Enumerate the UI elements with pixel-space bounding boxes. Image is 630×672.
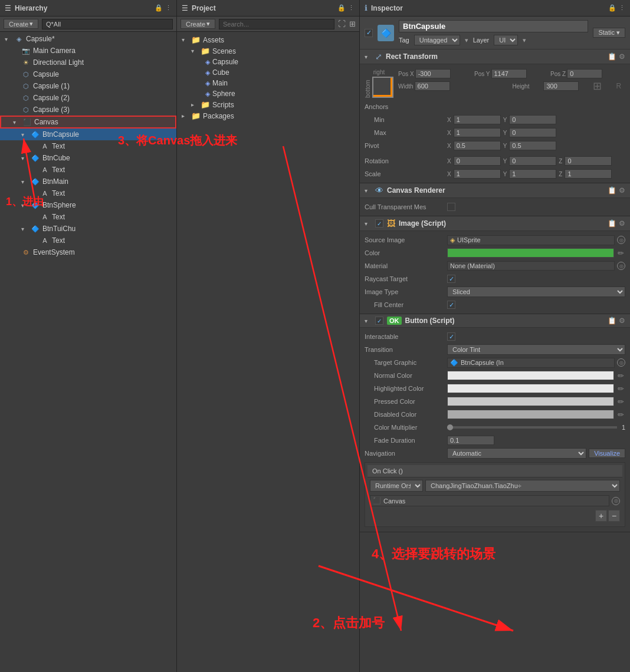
hierarchy-item-capsule-3[interactable]: ⬡ Capsule (3) xyxy=(0,104,176,116)
color-swatch[interactable] xyxy=(447,248,614,258)
go-name-input[interactable] xyxy=(399,20,588,32)
select-icon[interactable]: ◎ xyxy=(617,358,625,367)
edit-icon[interactable]: ✏ xyxy=(616,371,625,380)
rot-y-input[interactable] xyxy=(509,156,556,166)
hierarchy-item-capsule-2[interactable]: ⬡ Capsule (2) xyxy=(0,92,176,104)
hierarchy-create-button[interactable]: Create ▾ xyxy=(4,19,38,29)
minus-button[interactable]: − xyxy=(608,510,620,522)
transition-select[interactable]: Color Tint xyxy=(447,344,625,355)
button-enabled-checkbox[interactable] xyxy=(375,317,383,325)
plus-button[interactable]: + xyxy=(595,510,607,522)
height-input[interactable] xyxy=(543,81,579,91)
target-graphic-field[interactable]: 🔷 BtnCapsule (In xyxy=(447,358,615,368)
pivot-y-input[interactable] xyxy=(509,141,556,150)
reference-icon[interactable]: 📋 xyxy=(608,52,616,61)
scene-capsule[interactable]: ◈ Capsule xyxy=(177,57,359,67)
hierarchy-item-main-camera[interactable]: 📷 Main Camera xyxy=(0,45,176,57)
source-image-field[interactable]: ◈ UISprite xyxy=(447,235,615,245)
hierarchy-item-btnsphere[interactable]: ▾ 🔷 BtnSphere xyxy=(0,199,176,211)
fade-duration-input[interactable] xyxy=(447,436,494,445)
visualize-button[interactable]: Visualize xyxy=(589,449,625,458)
disabled-color-swatch[interactable] xyxy=(447,410,614,419)
material-field[interactable]: None (Material) xyxy=(447,261,615,271)
reference-icon[interactable]: 📋 xyxy=(608,186,616,195)
hierarchy-root-item[interactable]: ▾ ◈ Capsule* xyxy=(0,33,176,45)
edit-icon[interactable]: ✏ xyxy=(616,410,625,419)
cull-checkbox[interactable] xyxy=(447,203,455,211)
hierarchy-item-text-4[interactable]: A Text xyxy=(0,211,176,223)
tag-select[interactable]: Untagged xyxy=(414,35,460,45)
hierarchy-item-text-5[interactable]: A Text xyxy=(0,235,176,246)
min-y-input[interactable] xyxy=(509,115,556,124)
button-script-header[interactable]: ▾ OK Button (Script) 📋 ⚙ xyxy=(360,314,630,328)
pos-z-input[interactable] xyxy=(567,69,602,78)
edit-icon[interactable]: ✏ xyxy=(616,397,625,406)
select-icon[interactable]: ◎ xyxy=(617,236,625,244)
function-select[interactable]: ChangJingTiaoZhuan.TiaoZhu÷ xyxy=(425,480,620,492)
image-script-header[interactable]: ▾ 🖼 Image (Script) 📋 ⚙ xyxy=(360,216,630,231)
interactable-checkbox[interactable] xyxy=(447,332,455,341)
normal-color-swatch[interactable] xyxy=(447,371,614,380)
hierarchy-item-btncapsule[interactable]: ▾ 🔷 BtnCapsule xyxy=(0,129,176,140)
raycast-checkbox[interactable] xyxy=(447,275,455,283)
settings-icon[interactable]: ⚙ xyxy=(619,186,625,195)
slider-thumb[interactable] xyxy=(447,424,453,430)
project-icon-1[interactable]: ⛶ xyxy=(338,19,346,28)
rot-z-input[interactable] xyxy=(565,156,612,166)
hierarchy-item-btnmain[interactable]: ▾ 🔷 BtnMain xyxy=(0,176,176,187)
reference-icon[interactable]: 📋 xyxy=(608,317,616,325)
project-create-button[interactable]: Create ▾ xyxy=(181,19,215,29)
hierarchy-item-btntuichu[interactable]: ▾ 🔷 BtnTuiChu xyxy=(0,223,176,235)
layer-select[interactable]: UI xyxy=(494,35,518,45)
pivot-x-input[interactable] xyxy=(454,141,501,150)
rect-vis[interactable] xyxy=(372,77,393,98)
onclick-obj-field[interactable]: ⬛ Canvas xyxy=(370,495,609,506)
select-icon[interactable]: ◎ xyxy=(617,262,625,270)
hierarchy-item-canvas[interactable]: ▾ ⬛ Canvas xyxy=(0,116,176,129)
max-y-input[interactable] xyxy=(509,128,556,137)
edit-icon[interactable]: ✏ xyxy=(616,384,625,393)
edit-color-icon[interactable]: ✏ xyxy=(616,249,625,258)
active-checkbox[interactable] xyxy=(365,29,373,37)
scale-x-input[interactable] xyxy=(454,169,501,179)
hierarchy-item-text-1[interactable]: A Text xyxy=(0,140,176,152)
hierarchy-search-input[interactable] xyxy=(42,19,173,29)
expand-icon[interactable]: ⊞ xyxy=(593,80,602,93)
onclick-obj-select[interactable]: ◎ xyxy=(612,497,620,505)
packages-folder[interactable]: ▸ 📁 Packages xyxy=(177,110,359,121)
pos-y-input[interactable] xyxy=(491,69,527,78)
hierarchy-item-capsule[interactable]: ⬡ Capsule xyxy=(0,68,176,80)
scale-z-input[interactable] xyxy=(565,169,612,179)
scale-y-input[interactable] xyxy=(509,169,556,179)
width-input[interactable] xyxy=(415,81,450,91)
min-x-input[interactable] xyxy=(454,115,501,124)
r-button[interactable]: R xyxy=(616,82,621,90)
navigation-select[interactable]: Automatic xyxy=(447,448,586,459)
hierarchy-item-text-2[interactable]: A Text xyxy=(0,164,176,176)
rot-x-input[interactable] xyxy=(454,156,501,166)
pos-x-input[interactable] xyxy=(415,69,451,78)
canvas-renderer-header[interactable]: ▾ 👁 Canvas Renderer 📋 ⚙ xyxy=(360,183,630,198)
assets-folder[interactable]: ▾ 📁 Assets xyxy=(177,34,359,45)
max-x-input[interactable] xyxy=(454,128,501,137)
settings-icon[interactable]: ⚙ xyxy=(619,52,625,61)
hierarchy-item-dir-light[interactable]: ☀ Directional Light xyxy=(0,57,176,68)
scene-cube[interactable]: ◈ Cube xyxy=(177,67,359,78)
pressed-color-swatch[interactable] xyxy=(447,397,614,406)
hierarchy-item-capsule-1[interactable]: ⬡ Capsule (1) xyxy=(0,80,176,92)
scene-main[interactable]: ◈ Main xyxy=(177,78,359,88)
hierarchy-item-eventsystem[interactable]: ⚙ EventSystem xyxy=(0,246,176,258)
project-icon-2[interactable]: ⊞ xyxy=(349,19,356,28)
hierarchy-item-btncube[interactable]: ▾ 🔷 BtnCube xyxy=(0,152,176,164)
static-button[interactable]: Static ▾ xyxy=(593,28,625,38)
settings-icon[interactable]: ⚙ xyxy=(619,317,625,325)
hierarchy-item-text-3[interactable]: A Text xyxy=(0,187,176,199)
scripts-folder[interactable]: ▸ 📁 Scripts xyxy=(177,99,359,110)
slider-track[interactable] xyxy=(447,426,617,429)
rect-transform-header[interactable]: ▾ ⤢ Rect Transform 📋 ⚙ xyxy=(360,50,630,64)
image-type-select[interactable]: Sliced xyxy=(447,286,625,297)
settings-icon[interactable]: ⚙ xyxy=(619,219,625,228)
fill-center-checkbox[interactable] xyxy=(447,301,455,309)
image-enabled-checkbox[interactable] xyxy=(375,219,383,228)
runtime-select[interactable]: Runtime Or± xyxy=(370,480,423,492)
